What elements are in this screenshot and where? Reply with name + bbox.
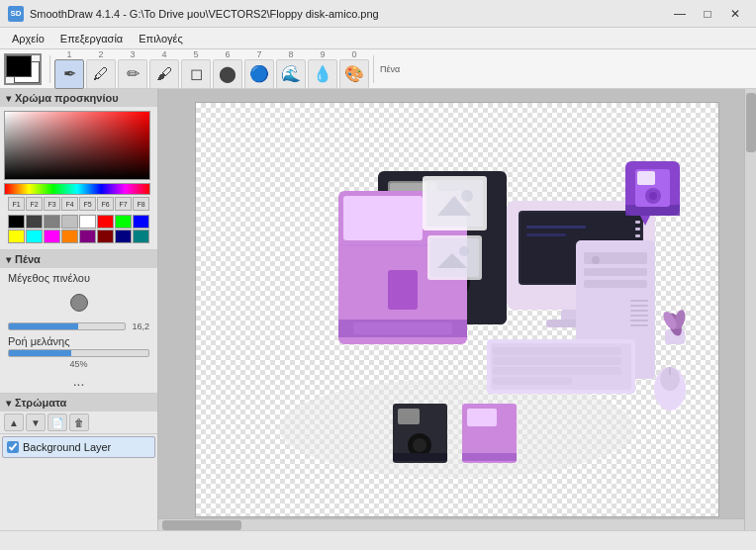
layers-section-header[interactable]: Στρώματα: [0, 394, 157, 412]
flow-percent: 45%: [8, 359, 149, 369]
svg-rect-11: [343, 196, 423, 240]
swatch-purple[interactable]: [79, 229, 96, 243]
layer-new-button[interactable]: 📄: [47, 413, 67, 431]
more-options[interactable]: ...: [8, 373, 149, 389]
swatch-magenta[interactable]: [44, 229, 60, 243]
svg-rect-34: [630, 310, 648, 312]
svg-rect-13: [353, 322, 452, 334]
app-icon: SD: [8, 6, 24, 22]
swatch-teal[interactable]: [133, 229, 149, 243]
tool-6[interactable]: ⬤: [213, 59, 242, 89]
color-spectrum[interactable]: [4, 183, 150, 195]
svg-rect-41: [493, 347, 621, 355]
maximize-button[interactable]: □: [695, 4, 720, 24]
menu-file[interactable]: Αρχείο: [4, 31, 52, 46]
fg-color-swatch: [6, 55, 32, 77]
vertical-scrollbar[interactable]: [744, 89, 756, 530]
minimize-button[interactable]: —: [667, 4, 693, 24]
f-key-f8[interactable]: F8: [133, 197, 149, 211]
color-section-header[interactable]: Χρώμα προσκηνίου: [0, 89, 157, 107]
close-button[interactable]: ✕: [722, 4, 748, 24]
color-section: Χρώμα προσκηνίου F1 F2 F3 F4 F5 F6 F7 F8: [0, 89, 157, 250]
tool-pen[interactable]: ✒: [54, 59, 84, 89]
swatch-orange[interactable]: [61, 229, 78, 243]
swatch-navy[interactable]: [115, 229, 132, 243]
tool-4[interactable]: 🖌: [149, 59, 179, 89]
svg-rect-32: [630, 300, 648, 302]
tool-number-3: 3: [130, 49, 135, 59]
f-key-f3[interactable]: F3: [44, 197, 60, 211]
layer-up-button[interactable]: ▲: [4, 413, 24, 431]
svg-rect-25: [635, 228, 640, 230]
size-value: 16,2: [130, 321, 149, 331]
small-floppy-1: [393, 404, 447, 463]
swatch-dgray[interactable]: [26, 215, 43, 229]
tool-number-8: 8: [288, 49, 293, 59]
tool-5[interactable]: ◻: [181, 59, 211, 89]
tool-10[interactable]: 🎨: [339, 59, 369, 89]
menu-edit[interactable]: Επεξεργασία: [52, 31, 131, 46]
menu-options[interactable]: Επιλογές: [131, 31, 191, 46]
pen-section-header[interactable]: Πένα: [0, 250, 157, 268]
layer-delete-button[interactable]: 🗑: [69, 413, 89, 431]
f-key-f4[interactable]: F4: [61, 197, 78, 211]
svg-rect-49: [398, 409, 420, 424]
svg-point-67: [459, 246, 469, 256]
svg-rect-37: [630, 324, 648, 326]
size-slider[interactable]: [8, 322, 126, 330]
svg-rect-26: [635, 234, 640, 237]
f-keys-row: F1 F2 F3 F4 F5 F6 F7 F8: [4, 195, 153, 213]
swatch-blue[interactable]: [133, 215, 149, 229]
swatch-lgray[interactable]: [61, 215, 78, 229]
vertical-scrollbar-thumb[interactable]: [746, 93, 756, 152]
layer-visibility-checkbox[interactable]: [7, 441, 19, 453]
tool-2[interactable]: 🖊: [86, 59, 116, 89]
toolbar-separator-1: [49, 55, 50, 83]
toolbar-separator-2: [373, 55, 374, 83]
menu-bar: Αρχείο Επεξεργασία Επιλογές: [0, 28, 756, 49]
f-key-f5[interactable]: F5: [79, 197, 96, 211]
f-key-f1[interactable]: F1: [8, 197, 25, 211]
svg-point-38: [592, 256, 600, 264]
tool-8[interactable]: 🌊: [276, 59, 306, 89]
swatch-red[interactable]: [97, 215, 114, 229]
left-panel: Χρώμα προσκηνίου F1 F2 F3 F4 F5 F6 F7 F8: [0, 89, 158, 530]
canvas-area[interactable]: [158, 89, 756, 530]
flow-label: Ροή μελάνης: [8, 335, 149, 347]
swatch-gray[interactable]: [44, 215, 60, 229]
keyboard: [487, 339, 635, 394]
swatch-yellow[interactable]: [8, 229, 25, 243]
tool-9[interactable]: 💧: [308, 59, 337, 89]
pen-section: Πένα Μέγεθος πινέλου 16,2 Ροή μελάνης 45…: [0, 250, 157, 394]
f-key-f2[interactable]: F2: [26, 197, 43, 211]
flow-slider[interactable]: [8, 349, 149, 357]
tool-number-6: 6: [225, 49, 230, 59]
layers-list: Background Layer: [0, 434, 157, 530]
color-gradient[interactable]: [4, 111, 150, 180]
tool-3[interactable]: ✏: [118, 59, 147, 89]
toolbar: 1 ✒ 2 🖊 3 ✏ 4 🖌 5 ◻ 6 ⬤ 7 🔵 8 🌊: [0, 49, 756, 89]
svg-rect-54: [467, 409, 497, 426]
swatch-green[interactable]: [115, 215, 132, 229]
layer-item[interactable]: Background Layer: [2, 436, 155, 458]
svg-point-51: [413, 438, 426, 452]
layer-down-button[interactable]: ▼: [26, 413, 46, 431]
svg-rect-15: [388, 270, 418, 310]
brush-circle-container: [8, 288, 149, 318]
f-key-f6[interactable]: F6: [97, 197, 114, 211]
horizontal-scrollbar[interactable]: [158, 518, 744, 530]
tool-number-4: 4: [161, 49, 166, 59]
horizontal-scrollbar-thumb[interactable]: [162, 520, 241, 530]
tool-7[interactable]: 🔵: [244, 59, 274, 89]
swatch-cyan[interactable]: [26, 229, 43, 243]
title-text: SmoothDraw 4.1.4 - G:\To Drive μου\VECTO…: [30, 8, 667, 20]
canvas-inner[interactable]: [195, 102, 719, 517]
svg-rect-55: [462, 453, 517, 461]
color-preview[interactable]: [4, 53, 42, 85]
mouse: [654, 367, 686, 411]
swatch-maroon[interactable]: [97, 229, 114, 243]
svg-rect-21: [526, 233, 566, 236]
swatch-black[interactable]: [8, 215, 25, 229]
swatch-white[interactable]: [79, 215, 96, 229]
f-key-f7[interactable]: F7: [115, 197, 132, 211]
